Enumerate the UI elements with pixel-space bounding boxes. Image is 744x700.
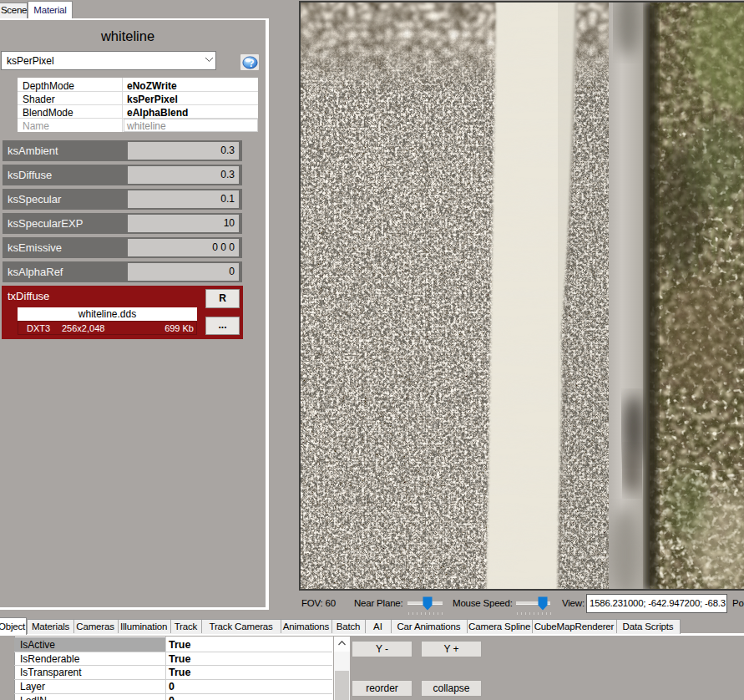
svg-text:?: ?	[248, 57, 254, 68]
